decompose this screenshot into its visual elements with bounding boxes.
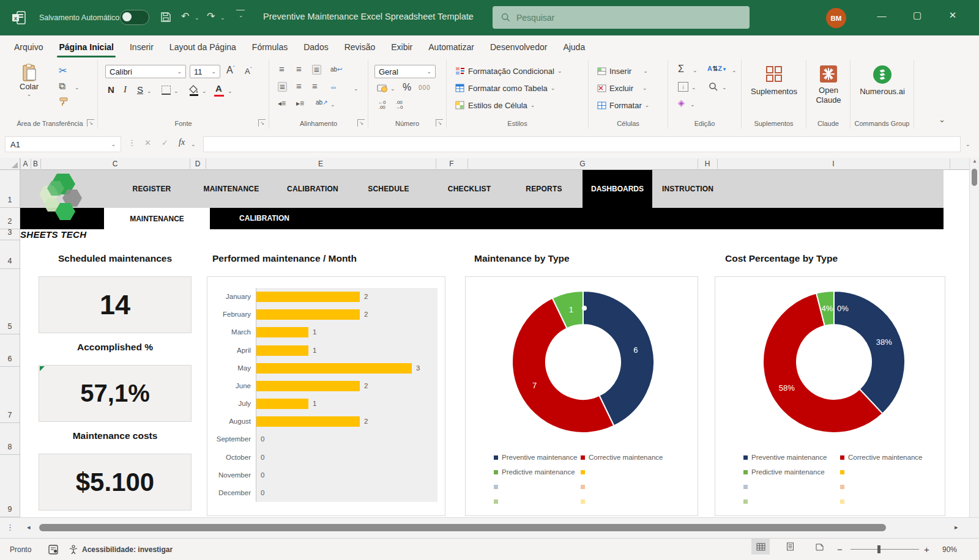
- document-title[interactable]: Preventive Maintenance Excel Spreadsheet…: [263, 12, 474, 21]
- kpi-card-costs[interactable]: $5.100: [39, 454, 192, 510]
- legend-swatch-unlabeled[interactable]: [743, 494, 751, 509]
- select-all-corner[interactable]: [0, 158, 20, 170]
- nav-tab-instruction[interactable]: INSTRUCTION: [662, 170, 713, 208]
- fill-down-chevron[interactable]: ⌄: [691, 84, 696, 90]
- nav-tab-reports[interactable]: REPORTS: [526, 170, 562, 208]
- legend-swatch-unlabeled[interactable]: [581, 494, 589, 509]
- legend-swatch-unlabeled[interactable]: [581, 479, 589, 494]
- decrease-indent-icon[interactable]: ◂≡: [278, 99, 286, 108]
- align-left-icon[interactable]: ≡: [278, 82, 287, 92]
- bar-june[interactable]: [256, 381, 360, 391]
- merge-center-icon[interactable]: ⇔: [329, 82, 338, 92]
- find-select-chevron[interactable]: ⌄: [722, 84, 727, 90]
- find-select-icon[interactable]: [709, 82, 718, 92]
- bar-march[interactable]: [256, 327, 308, 337]
- legend-swatch-unlabeled[interactable]: [743, 479, 751, 494]
- legend-swatch-unlabeled[interactable]: [840, 494, 848, 509]
- open-claude-button[interactable]: Open Claude: [806, 65, 851, 105]
- legend-swatch-unlabeled[interactable]: [494, 479, 502, 494]
- kpi-card-scheduled[interactable]: 14: [39, 276, 192, 333]
- cut-icon[interactable]: ✂: [59, 65, 67, 76]
- paste-button[interactable]: Colar ⌄: [20, 64, 39, 97]
- row-header-4[interactable]: 4: [0, 240, 20, 269]
- row-header-8[interactable]: 8: [0, 423, 20, 455]
- bar-chart-panel[interactable]: January2February2March1April1May3June2Ju…: [207, 276, 445, 516]
- copy-chevron-icon[interactable]: ⌄: [75, 84, 80, 90]
- row-header-7[interactable]: 7: [0, 367, 20, 423]
- column-header-F[interactable]: F: [449, 158, 453, 170]
- bar-february[interactable]: [256, 309, 360, 320]
- excel-app-icon[interactable]: x: [11, 10, 27, 26]
- customize-qat-chevron[interactable]: ⌄: [239, 12, 244, 18]
- sort-filter-chevron[interactable]: ⌄: [732, 67, 737, 73]
- italic-button[interactable]: I: [124, 84, 127, 95]
- save-icon[interactable]: [160, 12, 171, 23]
- bar-january[interactable]: [256, 292, 360, 302]
- page-layout-view-button[interactable]: [781, 539, 799, 554]
- row-header-5[interactable]: 5: [0, 269, 20, 334]
- vertical-scrollbar[interactable]: ▲: [969, 158, 979, 517]
- menu-tab-revis-o[interactable]: Revisão: [337, 35, 384, 59]
- align-center-icon[interactable]: ≡: [296, 82, 302, 90]
- legend-item-corrective-maintenance[interactable]: Corrective maintenance: [581, 450, 663, 465]
- align-top-icon[interactable]: ≡: [279, 65, 285, 73]
- format-cells-button[interactable]: Formatar ⌄: [597, 98, 649, 112]
- nav-tab-register[interactable]: REGISTER: [133, 170, 171, 208]
- merge-chevron-icon[interactable]: ⌄: [354, 86, 359, 92]
- horizontal-scrollbar[interactable]: ⋮ ◂ ▸: [0, 517, 979, 538]
- minimize-button[interactable]: —: [868, 0, 896, 31]
- row-header-1[interactable]: 1: [0, 170, 20, 208]
- accounting-chevron-icon[interactable]: ⌄: [390, 86, 395, 92]
- nav-tab-calibration[interactable]: CALIBRATION: [287, 170, 338, 208]
- font-dialog-launcher[interactable]: ↘: [258, 119, 266, 127]
- decrease-decimal-icon[interactable]: .00→0: [395, 100, 403, 110]
- zoom-level[interactable]: 90%: [942, 539, 957, 560]
- decrease-font-icon[interactable]: Aˇ: [245, 66, 252, 76]
- bar-august[interactable]: [256, 416, 360, 427]
- delete-cells-button[interactable]: Excluir ⌄: [597, 81, 647, 95]
- scroll-left-icon[interactable]: ◂: [27, 523, 31, 531]
- formula-bar-grip[interactable]: ⋮: [128, 138, 135, 147]
- vertical-scroll-thumb[interactable]: [972, 169, 977, 186]
- increase-indent-icon[interactable]: ▸≡: [296, 99, 304, 108]
- clear-chevron[interactable]: ⌄: [690, 101, 695, 108]
- alignment-dialog-launcher[interactable]: ↘: [357, 119, 365, 127]
- customize-qat-icon[interactable]: [236, 10, 245, 10]
- numerous-button[interactable]: Numerous.ai: [851, 65, 914, 96]
- menu-tab-layout-da-p-gina[interactable]: Layout da Página: [162, 35, 244, 59]
- column-header-E[interactable]: E: [318, 158, 323, 170]
- column-header-H[interactable]: H: [705, 158, 710, 170]
- accessibility-status[interactable]: Acessibilidade: investigar: [69, 539, 173, 560]
- title-chevron-icon[interactable]: ⌄: [467, 15, 472, 21]
- legend-item-predictive-maintenance[interactable]: Predictive maintenance: [494, 465, 575, 479]
- row-header-9[interactable]: 9: [0, 455, 20, 517]
- wrap-text-icon[interactable]: ab↩: [330, 66, 343, 73]
- scroll-up-icon[interactable]: ▲: [972, 158, 977, 164]
- cell-styles-button[interactable]: Estilos de Célula ⌄: [455, 98, 535, 112]
- scrollbar-grip[interactable]: ⋮: [6, 523, 13, 532]
- maximize-button[interactable]: ▢: [903, 0, 931, 31]
- column-headers[interactable]: ABCDEFGHI: [0, 158, 979, 170]
- bold-button[interactable]: N: [108, 84, 114, 95]
- bar-may[interactable]: [256, 363, 412, 374]
- nav-tab-maintenance[interactable]: MAINTENANCE: [204, 170, 259, 208]
- name-box[interactable]: A1 ⌄: [5, 136, 121, 152]
- format-as-table-button[interactable]: Formatar como Tabela ⌄: [455, 81, 555, 95]
- enter-icon[interactable]: ✓: [162, 138, 168, 147]
- horizontal-scroll-thumb[interactable]: [39, 524, 886, 531]
- column-header-I[interactable]: I: [832, 158, 834, 170]
- menu-tab-arquivo[interactable]: Arquivo: [6, 35, 51, 59]
- zoom-out-button[interactable]: −: [837, 539, 843, 560]
- bar-april[interactable]: [256, 345, 308, 356]
- autosum-chevron[interactable]: ⌄: [693, 67, 698, 73]
- increase-decimal-icon[interactable]: ←0.00: [378, 100, 385, 110]
- insert-function-icon[interactable]: fx: [179, 138, 185, 147]
- legend-item-corrective-maintenance[interactable]: Corrective maintenance: [840, 450, 922, 465]
- cancel-icon[interactable]: ✕: [144, 138, 151, 147]
- increase-font-icon[interactable]: Aˆ: [226, 65, 235, 76]
- fx-chevron-icon[interactable]: ⌄: [191, 141, 196, 147]
- zoom-in-button[interactable]: +: [924, 539, 929, 560]
- addins-button[interactable]: Suplementos: [742, 65, 806, 96]
- number-dialog-launcher[interactable]: ↘: [436, 119, 443, 127]
- macro-record-button[interactable]: [48, 539, 59, 560]
